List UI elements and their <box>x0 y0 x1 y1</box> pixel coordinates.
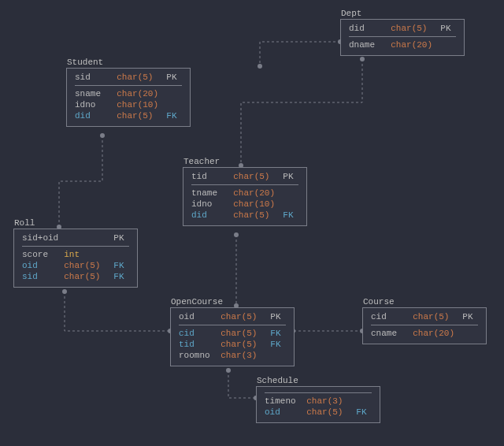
entity-title: Dept <box>341 9 361 18</box>
entity-title: Schedule <box>257 376 298 385</box>
svg-point-12 <box>226 368 231 373</box>
svg-point-8 <box>234 232 239 237</box>
entity-roll: Roll sid+oidPK scoreint oidchar(5)FK sid… <box>13 229 138 288</box>
entity-schedule: Schedule timenochar(3) oidchar(5)FK <box>256 386 380 423</box>
svg-point-6 <box>62 289 67 294</box>
entity-course: Course cidchar(5)PK cnamechar(20) <box>362 307 487 344</box>
entity-title: Course <box>363 297 395 307</box>
entity-title: Roll <box>14 218 35 228</box>
entity-title: Student <box>67 58 103 67</box>
entity-dept: Dept didchar(5)PK dnamechar(20) <box>340 19 465 56</box>
entity-opencourse: OpenCourse oidchar(5)PK cidchar(5)FK tid… <box>170 307 295 366</box>
entity-student: Student sidchar(5)PK snamechar(20) idnoc… <box>66 68 191 127</box>
entity-title: OpenCourse <box>171 297 223 307</box>
entity-title: Teacher <box>183 157 220 166</box>
svg-point-4 <box>100 133 105 138</box>
er-diagram: Dept didchar(5)PK dnamechar(20) Student … <box>0 0 504 446</box>
entity-teacher: Teacher tidchar(5)PK tnamechar(20) idnoc… <box>183 167 307 226</box>
svg-point-2 <box>360 57 365 61</box>
svg-point-1 <box>258 64 262 69</box>
